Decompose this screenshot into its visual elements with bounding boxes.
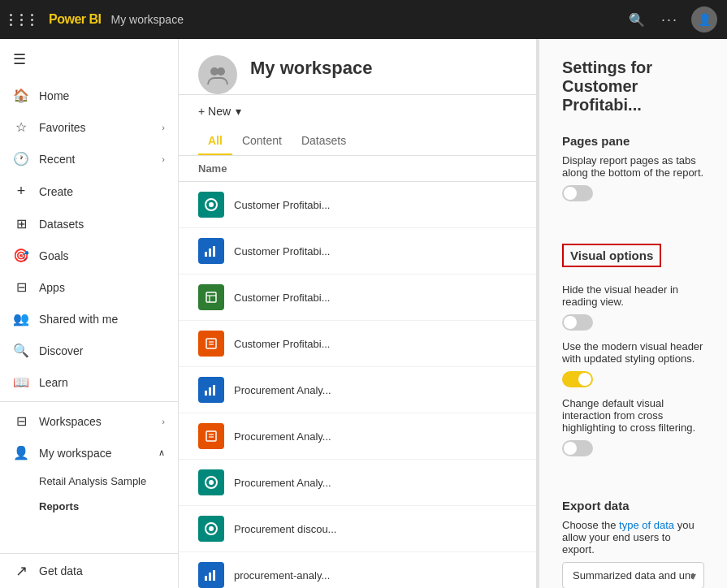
sidebar-shared-label: Shared with me [39,313,165,326]
sidebar-item-workspaces[interactable]: ⊟ Workspaces › [0,405,178,437]
hamburger-menu[interactable]: ☰ [0,39,178,80]
pages-pane-description: Display report pages as tabs along the b… [562,154,704,179]
search-icon[interactable]: 🔍 [625,9,648,31]
sidebar-item-reports[interactable]: Reports [0,494,178,519]
svg-point-22 [209,526,214,531]
sidebar-favorites-label: Favorites [39,121,152,134]
sidebar-item-recent[interactable]: 🕐 Recent › [0,143,178,175]
sidebar-item-shared[interactable]: 👥 Shared with me [0,303,178,335]
svg-rect-25 [213,570,215,581]
item-icon [198,377,224,403]
list-item[interactable]: Procurement discou... [179,506,536,552]
sidebar-recent-label: Recent [39,153,152,166]
item-name: Procurement Analy... [234,430,331,443]
sidebar-item-goals[interactable]: 🎯 Goals [0,240,178,271]
topbar: Power BI My workspace 🔍 ··· 👤 [0,0,727,39]
sidebar-create-label: Create [39,185,165,198]
settings-title: Settings for Customer Profitabi... [562,58,704,115]
workspaces-icon: ⊟ [13,413,29,429]
sidebar-item-learn[interactable]: 📖 Learn [0,366,178,398]
reports-label: Reports [39,500,79,512]
list-item[interactable]: Customer Profitabi... [179,182,536,228]
list-item[interactable]: Customer Profitabi... [179,228,536,275]
list-item[interactable]: Procurement Analy... [179,460,536,506]
svg-rect-16 [206,431,216,441]
svg-rect-24 [209,573,211,581]
sidebar-item-retail-analysis[interactable]: Retail Analysis Sample [0,469,178,494]
export-desc-before: Choose the [562,519,619,531]
create-icon: + [13,183,29,200]
item-icon [198,284,224,310]
modern-header-toggle[interactable] [562,371,593,387]
export-type-link[interactable]: type of data [619,519,674,531]
sidebar-item-get-data[interactable]: ↗ Get data [0,553,178,588]
chevron-right-icon: › [162,123,165,132]
home-icon: 🏠 [13,88,29,103]
app-grid-icon[interactable] [10,14,39,26]
new-button[interactable]: + New ▾ [198,105,241,118]
sidebar-workspaces-label: Workspaces [39,415,152,428]
more-icon[interactable]: ··· [658,8,682,32]
list-item[interactable]: Procurement Analy... [179,413,536,460]
sidebar-datasets-label: Datasets [39,218,165,231]
tab-content[interactable]: Content [232,128,292,155]
item-name: Customer Profitabi... [234,245,331,257]
recent-icon: 🕐 [13,151,29,166]
hide-header-toggle[interactable] [562,314,593,331]
chevron-right-icon: › [162,417,165,426]
chevron-right-icon: › [162,154,165,164]
item-name: procurement-analy... [234,569,330,582]
goals-icon: 🎯 [13,248,29,263]
list-item[interactable]: Procurement Analy... [179,367,536,413]
pages-pane-toggle[interactable] [562,185,593,201]
chevron-up-icon: ∧ [158,447,165,458]
svg-rect-10 [206,339,216,348]
item-icon [198,423,224,449]
get-data-icon: ↗ [13,562,29,580]
tab-all[interactable]: All [198,128,232,155]
favorites-icon: ☆ [13,119,29,135]
sidebar-item-apps[interactable]: ⊟ Apps [0,271,178,303]
settings-panel: Settings for Customer Profitabi... Pages… [539,39,727,588]
user-avatar-icon[interactable]: 👤 [691,6,717,32]
cross-filtering-toggle[interactable] [562,440,593,456]
modern-header-setting: Use the modern visual header with update… [562,340,704,387]
sidebar-item-datasets[interactable]: ⊞ Datasets [0,208,178,240]
datasets-icon: ⊞ [13,216,29,231]
item-name: Procurement Analy... [234,384,331,396]
list-item[interactable]: Customer Profitabi... [179,321,536,367]
new-button-label: + New [198,105,231,118]
sidebar: ☰ 🏠 Home ☆ Favorites › 🕐 Recent › + Crea… [0,39,179,588]
list-item[interactable]: Customer Profitabi... [179,275,536,321]
workspace-tabs: All Content Datasets [179,128,536,156]
svg-rect-5 [209,249,211,257]
svg-point-1 [217,67,225,76]
item-name: Procurement discou... [234,523,336,535]
item-icon [198,516,224,542]
sidebar-item-my-workspace[interactable]: 👤 My workspace ∧ [0,437,178,469]
sidebar-item-create[interactable]: + Create [0,175,178,208]
sidebar-item-home[interactable]: 🏠 Home [0,80,178,111]
hide-header-setting: Hide the visual header in reading view. [562,283,704,331]
pages-pane-section: Pages pane Display report pages as tabs … [562,134,704,205]
svg-rect-7 [206,292,216,302]
tab-datasets[interactable]: Datasets [292,128,356,155]
item-name: Customer Profitabi... [234,199,331,211]
svg-point-20 [209,480,214,485]
sidebar-get-data-label: Get data [39,564,165,577]
item-icon [198,469,224,495]
shared-icon: 👥 [13,311,29,326]
modern-header-description: Use the modern visual header with update… [562,340,704,365]
svg-rect-14 [209,387,211,396]
sidebar-item-discover[interactable]: 🔍 Discover [0,335,178,366]
sidebar-apps-label: Apps [39,281,165,294]
svg-rect-15 [213,385,215,396]
export-data-select[interactable]: Summarized data and underlying data Summ… [562,562,704,588]
export-data-title: Export data [562,499,704,512]
sidebar-item-favorites[interactable]: ☆ Favorites › [0,111,178,143]
list-item[interactable]: procurement-analy... [179,552,536,588]
app-logo: Power BI [49,12,101,27]
workspace-toolbar: + New ▾ [179,95,536,128]
discover-icon: 🔍 [13,343,29,358]
sidebar-learn-label: Learn [39,376,165,389]
